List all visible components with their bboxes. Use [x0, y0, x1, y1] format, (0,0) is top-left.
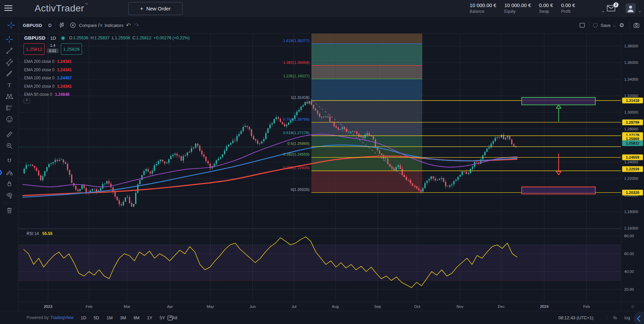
price-axis[interactable]: 1.380001.360001.340001.320001.300001.280… — [621, 34, 644, 302]
legend-collapse-button[interactable]: ^ — [23, 98, 30, 104]
indicator-legend-row[interactable]: EMA 200 close 01.24341 — [24, 82, 72, 91]
level-price-badge: 1.24559 — [622, 155, 643, 160]
collapse-panel-button[interactable] — [634, 312, 644, 324]
ruler-icon — [5, 130, 13, 138]
brush-icon — [5, 70, 13, 78]
activtrader-app: ActivTrader™ +New Order 10 000.00 €Balan… — [0, 0, 644, 324]
axis-settings-icon[interactable]: ☼ — [631, 303, 635, 309]
sell-button[interactable]: 1.25812 — [24, 43, 45, 55]
level-price-badge: 1.31418 — [622, 98, 643, 104]
tradingview-link[interactable]: TradingView — [50, 315, 74, 320]
trash-icon — [5, 206, 13, 214]
cursor-tool-button[interactable] — [7, 17, 15, 33]
price-tick: 1.16000 — [624, 226, 638, 230]
top-bar: ActivTrader™ +New Order 10 000.00 €Balan… — [0, 0, 644, 17]
snapshot-button[interactable] — [633, 17, 640, 33]
rsi-tick: 40.00 — [624, 270, 634, 274]
fib-band — [311, 171, 422, 193]
indicator-legend-row[interactable]: EMA 200 close 01.24341 — [24, 57, 72, 66]
fib-level-label: 0.618(1.27178) — [283, 131, 309, 135]
rsi-legend[interactable]: RSI 14 55.55 — [27, 231, 52, 236]
range-1d[interactable]: 1D — [79, 315, 88, 320]
price-tick: 1.30000 — [624, 110, 638, 114]
fib-level-label: 0.5(1.25869) — [288, 141, 309, 146]
scale-log[interactable]: log — [623, 315, 632, 320]
time-tick: Apr — [167, 302, 173, 311]
range-1y[interactable]: 1Y — [145, 315, 154, 320]
price-zone-box[interactable] — [522, 187, 595, 194]
left-panel-expand-chevron-icon[interactable]: ❯ — [0, 169, 3, 175]
time-tick: Dec — [498, 302, 505, 311]
stat-swap: 0.00 €Swap — [539, 2, 553, 14]
chart-style-button[interactable] — [58, 17, 66, 33]
price-tick: 1.24000 — [624, 160, 638, 164]
tool-remove-drawings-button[interactable] — [0, 205, 18, 216]
person-icon — [626, 3, 636, 13]
scale-percent[interactable]: % — [612, 315, 618, 320]
save-layout-button[interactable]: Save ⌄ — [592, 17, 616, 33]
new-order-button[interactable]: +New Order — [128, 2, 182, 15]
range-5y[interactable]: 5Y — [158, 315, 166, 320]
rsi-tick: 80.00 — [624, 234, 634, 238]
range-6m[interactable]: 6M — [132, 315, 141, 320]
profit-dropdown-caret-icon[interactable]: ⌄ — [601, 8, 605, 13]
avatar[interactable] — [626, 3, 636, 13]
indicator-legend-row[interactable]: EMA 50 close 01.24648 — [24, 90, 72, 99]
indicators-button[interactable]: ƒx Indicators — [98, 17, 124, 33]
app-logo: ActivTrader™ — [35, 3, 88, 14]
chart-settings-button[interactable]: ⚙ — [619, 17, 624, 33]
tool-projection-button[interactable] — [0, 102, 18, 114]
range-3m[interactable]: 3M — [119, 315, 127, 320]
lock-icon — [5, 180, 13, 188]
redo-button[interactable]: ↷ — [134, 17, 139, 33]
tool-magnet-button[interactable] — [0, 155, 18, 167]
range-1m[interactable]: 1M — [105, 315, 114, 320]
symbol-button[interactable]: GBPUSD — [23, 17, 42, 33]
candles-icon — [58, 21, 66, 29]
tool-crosshair-button[interactable] — [0, 34, 18, 45]
menu-icon[interactable] — [4, 5, 12, 11]
tool-brush-button[interactable] — [0, 68, 18, 79]
compare-button[interactable]: Compare — [69, 17, 97, 33]
tool-xabcd-pattern-button[interactable] — [0, 91, 18, 102]
price-chart[interactable]: 1.618(1.38277)1.382(1.35658)1.236(1.3403… — [18, 34, 621, 302]
tool-lock-button[interactable] — [0, 178, 18, 190]
tool-gann-fibonacci-button[interactable] — [0, 56, 18, 68]
indicator-legend-row[interactable]: EMA 200 close 01.24341 — [24, 66, 72, 74]
price-tick: 1.18000 — [624, 210, 638, 214]
bottom-toolbar: Powered by TradingView 1D5D1M3M6M1Y5YAll… — [0, 311, 644, 324]
avatar-dropdown-caret-icon[interactable]: ⌄ — [638, 8, 642, 13]
svg-text:T: T — [7, 82, 11, 88]
trend-line-icon — [5, 47, 13, 55]
tool-text-button[interactable]: T — [0, 79, 18, 91]
fib-level-label: 1.382(1.35658) — [283, 60, 309, 65]
tool-zoom-in-button[interactable] — [0, 140, 18, 152]
tool-trend-line-button[interactable] — [0, 45, 18, 56]
undo-button[interactable]: ↶ — [126, 17, 131, 33]
fibonacci-tools-icon — [5, 58, 13, 66]
time-axis[interactable]: 2023FebMarAprMayJunJulAugSepOctNovDec202… — [18, 302, 621, 311]
price-zone-box[interactable] — [522, 97, 595, 105]
layout-button[interactable] — [579, 17, 586, 33]
clock[interactable]: 08:12:43 (UTC+1) — [558, 311, 593, 324]
level-price-badge: 1.22939 — [622, 166, 643, 172]
go-to-date-button[interactable] — [167, 311, 174, 324]
buy-button[interactable]: 1.25826 — [61, 43, 82, 55]
range-5d[interactable]: 5D — [92, 315, 101, 320]
plus-icon: + — [140, 6, 143, 11]
fib-band — [311, 157, 422, 171]
tool-emoji-button[interactable] — [0, 114, 18, 125]
time-tick: Nov — [457, 302, 463, 311]
fx-icon: ƒx — [98, 23, 102, 28]
interval-button[interactable]: D — [48, 17, 51, 33]
indicator-legend-row[interactable]: EMA 100 close 01.24457 — [24, 74, 72, 82]
arrow-head — [556, 171, 561, 175]
chevron-left-icon — [634, 312, 644, 324]
time-tick: Mar — [124, 302, 130, 311]
tool-measure-button[interactable] — [0, 129, 18, 140]
zoom-in-icon — [5, 142, 13, 150]
mail-button[interactable]: 2 — [607, 4, 616, 12]
tool-hide-drawings-button[interactable] — [0, 190, 18, 201]
price-tick: 1.34000 — [624, 77, 638, 81]
quote-panel: 1.25812 1.4 0.01 1.25826 — [24, 43, 82, 55]
